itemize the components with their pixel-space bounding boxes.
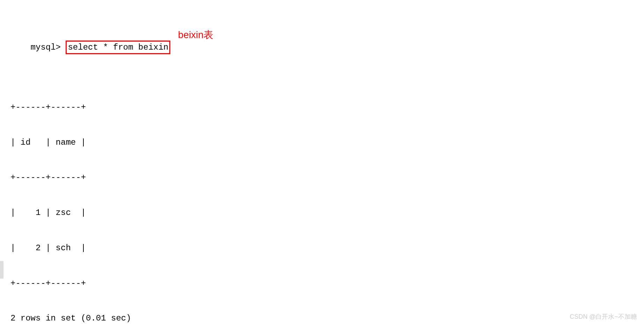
table-header-row: | id | name | bbox=[10, 137, 634, 149]
mysql-prompt: mysql> bbox=[31, 43, 66, 52]
sql-query-beixin: select * from beixin bbox=[66, 41, 170, 55]
table-border: +------+------+ bbox=[10, 278, 634, 289]
annotation-beixin: beixin表 bbox=[178, 28, 213, 42]
table-row: | 2 | sch | bbox=[10, 242, 634, 254]
scrollbar-indicator bbox=[0, 261, 3, 279]
result-footer: 2 rows in set (0.01 sec) bbox=[10, 312, 634, 324]
watermark-text: CSDN @白开水~不加糖 bbox=[570, 312, 637, 321]
terminal-output: mysql> select * from beixin beixin表 +---… bbox=[10, 5, 634, 324]
table-row: | 1 | zsc | bbox=[10, 207, 634, 219]
table-border: +------+------+ bbox=[10, 172, 634, 183]
table-border: +------+------+ bbox=[10, 101, 634, 113]
